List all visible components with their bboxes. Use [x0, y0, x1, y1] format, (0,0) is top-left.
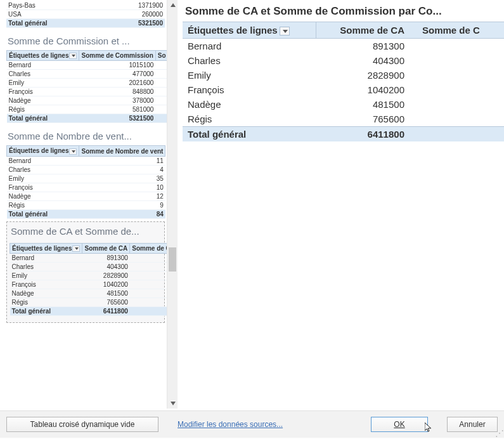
empty-pivot-button[interactable]: Tableau croisé dynamique vide	[6, 417, 158, 432]
row-label: Nadège	[7, 192, 79, 200]
row-label: Emily	[7, 174, 79, 183]
row-label: USA	[6, 10, 101, 19]
row-label: François	[10, 280, 82, 289]
mini-table-1-partial: Pays-Bas1371900 USA260000 Total général5…	[6, 1, 165, 28]
row-val: 891300	[82, 254, 130, 263]
edit-sources-link[interactable]: Modifier les données sources...	[178, 420, 352, 429]
scroll-thumb[interactable]	[169, 247, 176, 272]
row-val: 477000	[79, 70, 155, 79]
main-col-ca[interactable]: Somme de CA	[316, 22, 417, 39]
scroll-up-button[interactable]	[168, 0, 178, 10]
row-val: 2021600	[79, 79, 155, 88]
row-label: Nadège	[183, 97, 316, 112]
thumb-selected-ca[interactable]: Somme de CA et Somme de... Étiquettes de…	[6, 221, 165, 323]
col-header-ventes[interactable]: Somme de Nombre de vent	[79, 146, 165, 156]
row-label: Régis	[10, 298, 82, 307]
total-label: Total général	[7, 114, 79, 123]
thumb-title-commission[interactable]: Somme de Commission et ...	[6, 30, 165, 50]
row-val: 581000	[79, 105, 155, 114]
row-label: Bernard	[7, 156, 79, 165]
mini-table-commission: Étiquettes de lignes Somme de Commission…	[6, 50, 169, 123]
total-val: 6411800	[82, 307, 130, 316]
total-val: 5321500	[101, 19, 165, 28]
row-val: 1015100	[79, 61, 155, 70]
row-val: 848800	[79, 88, 155, 96]
row-label: Bernard	[10, 254, 82, 263]
row-label: Emily	[7, 79, 79, 88]
row-val: 891300	[316, 39, 417, 54]
row-label: Nadège	[7, 96, 79, 105]
dropdown-icon[interactable]	[72, 246, 80, 252]
row-val: 4	[79, 165, 165, 174]
scroll-down-button[interactable]	[168, 398, 178, 409]
dropdown-icon[interactable]	[69, 148, 77, 155]
total-label: Total général	[7, 209, 79, 218]
main-title: Somme de CA et Somme de Commission par C…	[183, 5, 504, 22]
row-label: Emily	[10, 272, 82, 280]
row-label: Charles	[7, 165, 79, 174]
left-preview-panel: Pays-Bas1371900 USA260000 Total général5…	[0, 0, 178, 410]
thumb-title-ventes[interactable]: Somme de Nombre de vent...	[6, 126, 165, 145]
main-col-labels[interactable]: Étiquettes de lignes	[183, 22, 316, 39]
col-header-ca[interactable]: Somme de CA	[82, 243, 130, 253]
vertical-scrollbar[interactable]	[167, 0, 178, 409]
thumb-title-ca: Somme de CA et Somme de...	[10, 225, 162, 243]
row-label: Bernard	[7, 61, 79, 70]
left-scroll-area: Pays-Bas1371900 USA260000 Total général5…	[6, 1, 176, 407]
row-val: 260000	[101, 10, 165, 19]
row-label: Régis	[183, 112, 316, 127]
resize-grip-icon[interactable]: ⋰	[495, 430, 503, 438]
total-val: 5321500	[79, 114, 155, 123]
row-val: 481500	[82, 289, 130, 298]
row-val: 765600	[316, 112, 417, 127]
row-label: Régis	[7, 200, 79, 209]
row-val: 378000	[79, 96, 155, 105]
main-col-overflow: Somme de C	[417, 22, 504, 39]
col-header-labels[interactable]: Étiquettes de lignes	[7, 146, 79, 156]
row-val: 2828900	[82, 272, 130, 280]
mini-table-ca: Étiquettes de lignes Somme de CA Somme d…	[10, 243, 173, 316]
dropdown-icon[interactable]	[69, 53, 77, 59]
row-val: 11	[79, 156, 165, 165]
row-val: 404300	[82, 263, 130, 272]
row-label: François	[7, 183, 79, 192]
row-val: 481500	[316, 97, 417, 112]
row-val: 2828900	[316, 68, 417, 82]
col-header-labels[interactable]: Étiquettes de lignes	[7, 51, 79, 61]
dropdown-icon[interactable]	[280, 27, 290, 36]
row-val: 1040200	[82, 280, 130, 289]
row-label: François	[7, 88, 79, 96]
row-val: 12	[79, 192, 165, 200]
row-val: 9	[79, 200, 165, 209]
row-val: 1371900	[101, 1, 165, 10]
row-label: Pays-Bas	[6, 1, 101, 10]
total-label: Total général	[10, 307, 82, 316]
main-preview-panel: Somme de CA et Somme de Commission par C…	[178, 0, 504, 410]
main-pivot-table: Étiquettes de lignes Somme de CA Somme d…	[183, 22, 504, 141]
bottom-action-bar: Tableau croisé dynamique vide Modifier l…	[0, 411, 504, 438]
total-val: 6411800	[316, 127, 417, 142]
ok-button[interactable]: OK	[371, 417, 428, 432]
row-val: 765600	[82, 298, 130, 307]
row-val: 10	[79, 183, 165, 192]
row-val: 35	[79, 174, 165, 183]
row-label: Bernard	[183, 39, 316, 54]
col-header-labels[interactable]: Étiquettes de lignes	[10, 243, 82, 253]
row-label: Régis	[7, 105, 79, 114]
row-label: Charles	[183, 53, 316, 68]
row-val: 1040200	[316, 82, 417, 97]
row-label: Charles	[7, 70, 79, 79]
row-label: François	[183, 82, 316, 97]
total-label: Total général	[183, 127, 316, 142]
total-label: Total général	[6, 19, 101, 28]
cancel-button[interactable]: Annuler	[447, 417, 498, 432]
col-header-commission[interactable]: Somme de Commission	[79, 51, 155, 61]
mini-table-ventes: Étiquettes de lignes Somme de Nombre de …	[6, 145, 165, 218]
total-val: 84	[79, 209, 165, 218]
row-val: 404300	[316, 53, 417, 68]
row-label: Emily	[183, 68, 316, 82]
row-label: Nadège	[10, 289, 82, 298]
row-label: Charles	[10, 263, 82, 272]
